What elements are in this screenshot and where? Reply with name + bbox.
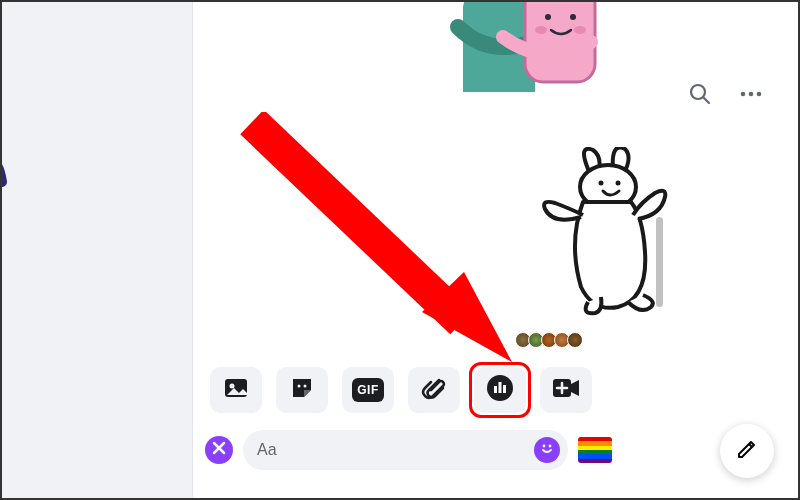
emoji-button[interactable] [534, 437, 560, 463]
video-plus-icon [552, 377, 580, 403]
message-input[interactable]: Aa [243, 430, 568, 470]
video-button[interactable] [540, 367, 592, 413]
search-button[interactable] [688, 82, 712, 110]
svg-point-25 [543, 445, 546, 448]
highlight-annotation [469, 362, 531, 418]
svg-point-17 [298, 385, 301, 388]
svg-point-13 [599, 181, 604, 186]
svg-point-24 [538, 439, 556, 457]
search-icon [688, 82, 712, 106]
chat-panel [192, 2, 672, 500]
scrollbar-thumb[interactable] [656, 217, 663, 307]
svg-point-26 [549, 445, 552, 448]
new-message-button[interactable] [720, 424, 774, 478]
sticker-icon [289, 375, 315, 405]
gif-icon: GIF [352, 378, 384, 402]
receipt-avatar [567, 332, 583, 348]
svg-point-18 [304, 385, 307, 388]
close-icon [212, 441, 226, 459]
read-receipts [518, 332, 583, 348]
svg-point-10 [535, 26, 547, 34]
like-pride-button[interactable] [578, 437, 612, 463]
poll-button[interactable] [474, 367, 526, 413]
svg-point-14 [616, 181, 621, 186]
svg-point-8 [545, 14, 551, 20]
sticker-picker-area [193, 2, 671, 382]
photo-button[interactable] [210, 367, 262, 413]
gif-button[interactable]: GIF [342, 367, 394, 413]
photo-icon [223, 375, 249, 405]
close-attachments-button[interactable] [205, 436, 233, 464]
compose-icon [735, 437, 759, 465]
svg-point-28 [741, 92, 746, 97]
more-icon [738, 82, 764, 106]
svg-point-16 [230, 384, 235, 389]
svg-point-29 [749, 92, 754, 97]
attachment-button[interactable] [408, 367, 460, 413]
composer-row: Aa [205, 430, 612, 470]
conversation-info-panel [670, 2, 798, 500]
svg-point-9 [570, 14, 576, 20]
more-options-button[interactable] [738, 82, 764, 110]
sticker-waving-blob [0, 142, 12, 402]
attachment-toolbar: GIF [210, 367, 592, 413]
sticker-hugging-characters[interactable] [443, 0, 613, 92]
smiley-icon [538, 439, 556, 461]
svg-point-11 [574, 26, 586, 34]
paperclip-icon [421, 375, 447, 405]
sticker-dancing-bunny[interactable] [533, 147, 673, 317]
sticker-button[interactable] [276, 367, 328, 413]
input-placeholder: Aa [257, 441, 277, 459]
svg-point-30 [757, 92, 762, 97]
